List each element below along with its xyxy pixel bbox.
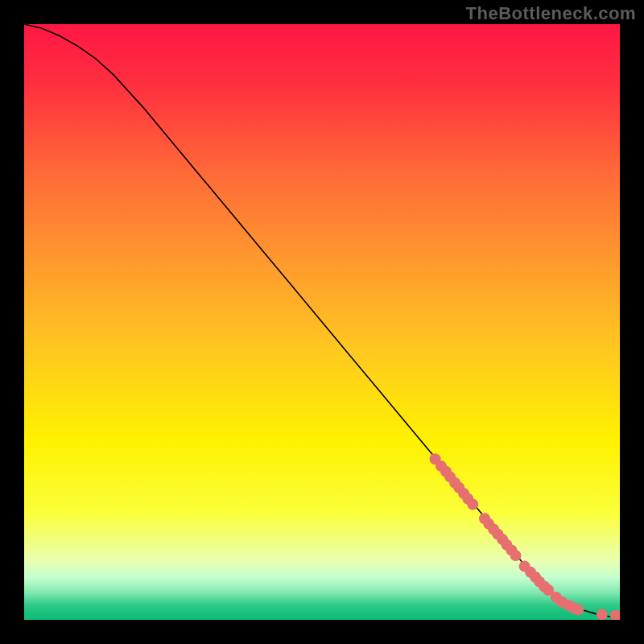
data-marker — [572, 604, 584, 615]
data-marker — [467, 498, 478, 510]
data-marker — [510, 550, 522, 561]
chart-frame: TheBottleneck.com — [0, 0, 644, 644]
attribution-label: TheBottleneck.com — [466, 3, 636, 24]
chart-plot — [24, 24, 620, 620]
data-marker — [597, 609, 608, 620]
